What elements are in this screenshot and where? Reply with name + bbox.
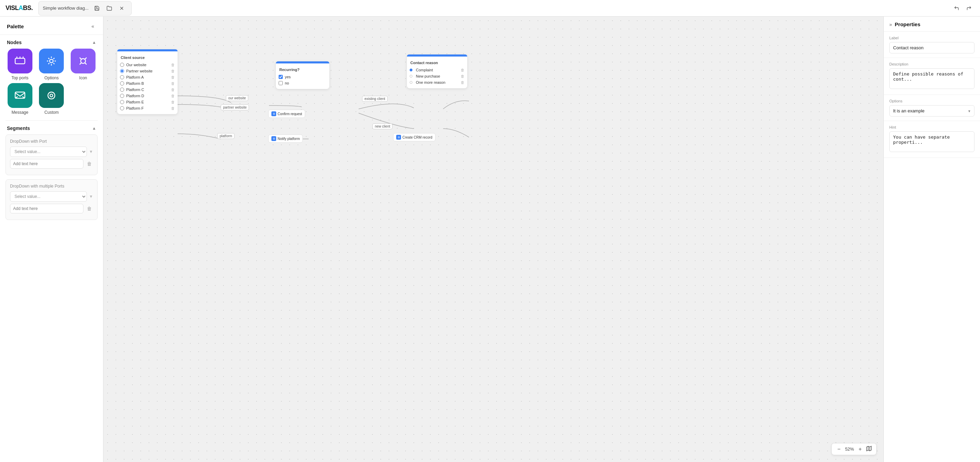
node-top-ports[interactable]: Top ports (6, 49, 35, 80)
options-field-label: Options (889, 99, 974, 103)
client-source-option-1[interactable]: Partner website 🗑 (117, 68, 178, 74)
node-custom[interactable]: Custom (37, 83, 66, 115)
dropdown-multiple-text-input[interactable] (10, 204, 83, 213)
contact-reason-node[interactable]: Contact reason Complaint 🗑 New purchase … (407, 54, 467, 88)
node-message[interactable]: Message (6, 83, 35, 115)
node-options[interactable]: Options (37, 49, 66, 80)
client-source-radio-6[interactable] (120, 100, 124, 104)
complaint-delete[interactable]: 🗑 (461, 68, 465, 72)
client-source-text-3: Platform B (126, 81, 169, 86)
client-source-option-4[interactable]: Platform C 🗑 (117, 87, 178, 93)
notify-platform-label: Notify platform (278, 137, 300, 141)
client-source-radio-5[interactable] (120, 94, 124, 98)
title-pill[interactable]: Simple workflow diag... (38, 1, 132, 16)
more-reason-delete[interactable]: 🗑 (461, 80, 465, 84)
client-source-option-5[interactable]: Platform D 🗑 (117, 93, 178, 99)
client-source-node[interactable]: Client source Our website 🗑 Partner webs… (117, 49, 178, 114)
options-icon (39, 49, 64, 73)
redo-button[interactable] (963, 3, 974, 14)
new-purchase-text: New purchase (416, 74, 459, 78)
client-source-option-7[interactable]: Platform F 🗑 (117, 105, 178, 111)
dropdown-arrow-icon: ▼ (89, 149, 93, 154)
client-source-radio-4[interactable] (120, 87, 124, 92)
client-source-text-0: Our website (126, 63, 169, 67)
label-field-label: Label (889, 36, 974, 40)
custom-label: Custom (45, 110, 59, 115)
confirm-request-label: Confirm request (278, 112, 302, 116)
close-button[interactable] (116, 3, 127, 14)
client-source-delete-7[interactable]: 🗑 (171, 106, 175, 110)
zoom-out-button[interactable]: − (836, 446, 842, 452)
contact-reason-more-row[interactable]: One more reason 🗑 (407, 79, 467, 86)
client-source-delete-2[interactable]: 🗑 (171, 75, 175, 79)
message-icon (8, 83, 32, 108)
dropdown-port-text-input[interactable] (10, 159, 83, 168)
label-input[interactable] (889, 42, 974, 54)
client-source-radio-3[interactable] (120, 81, 124, 86)
topbar-right (951, 3, 974, 14)
notify-platform-node[interactable]: ⚙ Notify platform (268, 135, 303, 143)
recurring-no-row[interactable]: no (276, 80, 329, 86)
hint-field: Hint You can have separate properti... (884, 121, 980, 158)
icon-label: Icon (79, 76, 87, 80)
client-source-delete-1[interactable]: 🗑 (171, 69, 175, 73)
segments-section-title: Segments (7, 125, 30, 131)
hint-textarea[interactable]: You can have separate properti... (889, 131, 974, 152)
recurring-yes-checkbox[interactable] (278, 75, 283, 79)
nodes-grid: Top ports Options (0, 49, 103, 120)
segments-collapse-button[interactable]: ▲ (92, 126, 96, 131)
client-source-text-7: Platform F (126, 106, 169, 110)
client-source-option-2[interactable]: Platform A 🗑 (117, 74, 178, 80)
client-source-option-3[interactable]: Platform B 🗑 (117, 80, 178, 87)
save-button[interactable] (91, 3, 102, 14)
client-source-delete-3[interactable]: 🗑 (171, 81, 175, 86)
undo-button[interactable] (951, 3, 962, 14)
client-source-radio-0[interactable] (120, 63, 124, 67)
description-field-label: Description (889, 62, 974, 66)
client-source-radio-2[interactable] (120, 75, 124, 79)
dropdown-multiple-select[interactable]: Select value... (10, 191, 87, 202)
create-crm-node[interactable]: ⚙ Create CRM record (393, 133, 436, 141)
client-source-radio-1[interactable] (120, 69, 124, 73)
canvas[interactable]: Client source Our website 🗑 Partner webs… (103, 17, 883, 462)
client-source-delete-6[interactable]: 🗑 (171, 100, 175, 104)
dropdown-multiple-segment: DropDown with multiple Ports Select valu… (6, 179, 98, 220)
confirm-request-node[interactable]: ⚙ Confirm request (268, 110, 305, 118)
description-textarea[interactable]: Define possible reasons of cont... (889, 68, 974, 89)
properties-expand-button[interactable]: » (889, 22, 892, 27)
recurring-node[interactable]: Recurring? yes no (276, 61, 329, 89)
client-source-delete-5[interactable]: 🗑 (171, 94, 175, 98)
dropdown-multiple-delete-button[interactable]: 🗑 (86, 205, 93, 213)
top-ports-icon (8, 49, 32, 73)
client-source-radio-7[interactable] (120, 106, 124, 110)
nodes-collapse-button[interactable]: ▲ (92, 40, 96, 45)
properties-title: Properties (895, 21, 920, 27)
svg-rect-2 (15, 58, 25, 64)
properties-panel: » Properties Label Description Define po… (883, 17, 980, 462)
client-source-delete-4[interactable]: 🗑 (171, 87, 175, 92)
zoom-in-button[interactable]: + (857, 446, 863, 452)
client-source-text-1: Partner website (126, 69, 169, 73)
svg-point-9 (48, 92, 55, 99)
topbar: VISLABS. Simple workflow diag... (0, 0, 980, 17)
recurring-yes-row[interactable]: yes (276, 74, 329, 80)
more-reason-dot (410, 81, 412, 84)
new-purchase-delete[interactable]: 🗑 (461, 74, 465, 78)
dropdown-port-select[interactable]: Select value... (10, 146, 87, 157)
node-icon[interactable]: Icon (68, 49, 98, 80)
palette-collapse-button[interactable]: « (89, 22, 96, 30)
client-source-option-0[interactable]: Our website 🗑 (117, 62, 178, 68)
options-select[interactable]: It is an example (889, 105, 974, 116)
minimap-button[interactable] (866, 445, 872, 453)
contact-reason-complaint-row[interactable]: Complaint 🗑 (407, 67, 467, 73)
dropdown-port-delete-button[interactable]: 🗑 (86, 160, 93, 168)
open-button[interactable] (104, 3, 115, 14)
topbar-actions (91, 3, 127, 14)
contact-reason-new-purchase-row[interactable]: New purchase 🗑 (407, 73, 467, 79)
client-source-option-6[interactable]: Platform E 🗑 (117, 99, 178, 105)
edge-label-our-website: our website (226, 95, 248, 101)
client-source-title: Client source (117, 54, 178, 62)
recurring-no-checkbox[interactable] (278, 81, 283, 85)
client-source-delete-0[interactable]: 🗑 (171, 63, 175, 67)
notify-platform-icon: ⚙ (271, 136, 276, 141)
